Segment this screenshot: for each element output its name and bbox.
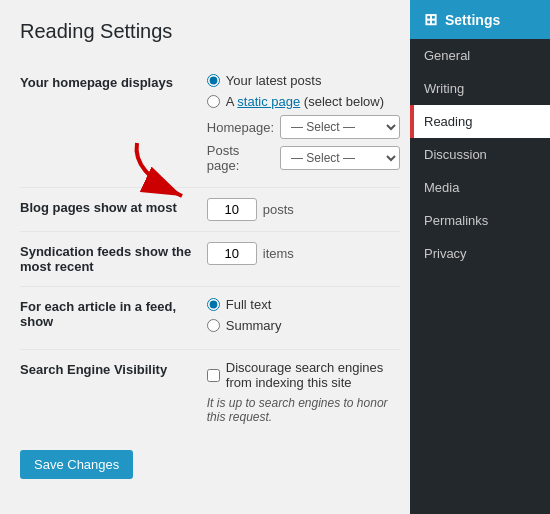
- sidebar-item-permalinks[interactable]: Permalinks: [410, 204, 550, 237]
- search-engine-hint: It is up to search engines to honor this…: [207, 396, 400, 424]
- settings-table: Your homepage displays Your latest posts…: [20, 63, 400, 434]
- homepage-select-label: Homepage:: [207, 120, 274, 135]
- posts-page-select-label: Posts page:: [207, 143, 274, 173]
- sidebar-item-reading[interactable]: Reading: [410, 105, 550, 138]
- blog-pages-row: Blog pages show at most 10: [20, 188, 400, 232]
- summary-label: Summary: [226, 318, 282, 333]
- latest-posts-label: Your latest posts: [226, 73, 322, 88]
- sidebar-item-privacy[interactable]: Privacy: [410, 237, 550, 270]
- sidebar-header-label: Settings: [445, 12, 500, 28]
- search-engine-label: Search Engine Visibility: [20, 350, 207, 435]
- search-engine-checkbox-option[interactable]: Discourage search engines from indexing …: [207, 360, 400, 390]
- latest-posts-radio[interactable]: [207, 74, 220, 87]
- search-engine-checkbox-label: Discourage search engines from indexing …: [226, 360, 400, 390]
- static-page-radio[interactable]: [207, 95, 220, 108]
- syndication-value-cell: 10 items: [207, 232, 400, 287]
- syndication-row: Syndication feeds show the most recent 1…: [20, 232, 400, 287]
- blog-pages-unit: posts: [263, 202, 294, 217]
- blog-pages-number-row: 10 posts: [207, 198, 400, 221]
- summary-radio[interactable]: [207, 319, 220, 332]
- syndication-label: Syndication feeds show the most recent: [20, 232, 207, 287]
- homepage-options: Your latest posts A static page (select …: [207, 63, 400, 188]
- homepage-row: Your homepage displays Your latest posts…: [20, 63, 400, 188]
- latest-posts-option[interactable]: Your latest posts: [207, 73, 400, 88]
- page-title: Reading Settings: [20, 20, 400, 43]
- syndication-number-row: 10 items: [207, 242, 400, 265]
- arrow-container: 10: [207, 198, 257, 221]
- static-page-link[interactable]: static page: [237, 94, 300, 109]
- sidebar-item-general[interactable]: General: [410, 39, 550, 72]
- sidebar: ⊞ Settings General Writing Reading Discu…: [410, 0, 550, 514]
- main-content: Reading Settings Your homepage displays …: [0, 0, 420, 499]
- static-page-text: A static page (select below): [226, 94, 384, 109]
- full-text-option[interactable]: Full text: [207, 297, 400, 312]
- blog-pages-value-cell: 10 posts: [207, 188, 400, 232]
- settings-icon: ⊞: [424, 10, 437, 29]
- syndication-unit: items: [263, 246, 294, 261]
- sidebar-item-media[interactable]: Media: [410, 171, 550, 204]
- feed-article-options: Full text Summary: [207, 287, 400, 350]
- blog-pages-label: Blog pages show at most: [20, 188, 207, 232]
- feed-article-label: For each article in a feed, show: [20, 287, 207, 350]
- full-text-radio[interactable]: [207, 298, 220, 311]
- homepage-select[interactable]: — Select —: [280, 115, 400, 139]
- search-engine-options: Discourage search engines from indexing …: [207, 350, 400, 435]
- static-page-option[interactable]: A static page (select below): [207, 94, 400, 109]
- sidebar-item-discussion[interactable]: Discussion: [410, 138, 550, 171]
- save-button[interactable]: Save Changes: [20, 450, 133, 479]
- posts-page-select[interactable]: — Select —: [280, 146, 400, 170]
- search-engine-checkbox[interactable]: [207, 369, 220, 382]
- sidebar-header: ⊞ Settings: [410, 0, 550, 39]
- syndication-input[interactable]: 10: [207, 242, 257, 265]
- homepage-select-row: Homepage: — Select —: [207, 115, 400, 139]
- full-text-label: Full text: [226, 297, 272, 312]
- sidebar-item-writing[interactable]: Writing: [410, 72, 550, 105]
- summary-option[interactable]: Summary: [207, 318, 400, 333]
- blog-pages-input[interactable]: 10: [207, 198, 257, 221]
- search-engine-row: Search Engine Visibility Discourage sear…: [20, 350, 400, 435]
- posts-page-select-row: Posts page: — Select —: [207, 143, 400, 173]
- feed-article-row: For each article in a feed, show Full te…: [20, 287, 400, 350]
- homepage-label: Your homepage displays: [20, 63, 207, 188]
